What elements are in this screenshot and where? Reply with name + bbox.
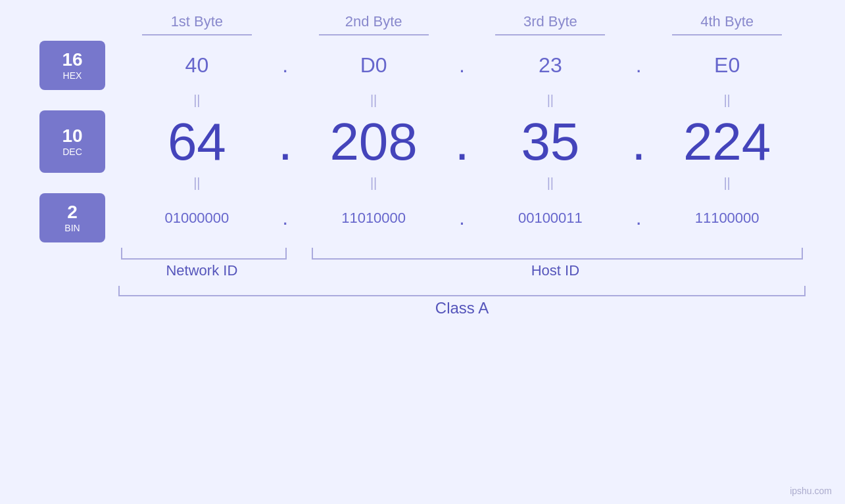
bin-byte4: 11100000 [648,210,806,227]
bin-byte2: 11010000 [295,210,452,227]
dec-dot1: . [276,112,295,172]
bin-values: 01000000 . 11010000 . 00100011 . 1110000… [118,206,806,230]
byte1-header: 1st Byte [118,13,276,35]
dec-byte2: 208 [295,112,452,172]
class-bracket [118,286,806,296]
hex-dot3: . [629,53,648,78]
byte2-header: 2nd Byte [295,13,452,35]
bin-dot2: . [452,206,472,230]
hex-byte2: D0 [295,53,452,78]
byte4-bracket [672,34,782,35]
dec-byte4: 224 [648,112,806,172]
equals-2: || [295,93,452,108]
equals-7: || [472,175,629,191]
dec-row: 10 DEC 64 . 208 . 35 . 224 [39,110,806,173]
bin-row: 2 BIN 01000000 . 11010000 . 00100011 . 1… [39,193,806,242]
dec-label: 10 DEC [39,110,105,173]
hex-byte1: 40 [118,53,276,78]
equals-5: || [118,175,276,191]
bin-label: 2 BIN [39,193,105,242]
byte4-header: 4th Byte [648,13,806,35]
equals-6: || [295,175,452,191]
dec-dot2: . [452,112,472,172]
dec-values: 64 . 208 . 35 . 224 [118,112,806,172]
byte1-bracket [142,34,252,35]
bin-byte1: 01000000 [118,210,276,227]
dec-dot3: . [629,112,648,172]
hex-byte4: E0 [648,53,806,78]
hex-dot2: . [452,53,472,78]
byte2-bracket [319,34,429,35]
hex-row: 16 HEX 40 . D0 . 23 . E0 [39,41,806,90]
equals-3: || [472,93,629,108]
equals-8: || [648,175,806,191]
bin-byte3: 00100011 [472,210,629,227]
host-id-label: Host ID [305,262,806,279]
dec-byte3: 35 [472,112,629,172]
watermark: ipshu.com [790,486,832,496]
hex-byte3: 23 [472,53,629,78]
bin-dot1: . [276,206,295,230]
hex-values: 40 . D0 . 23 . E0 [118,53,806,78]
hex-dot1: . [276,53,295,78]
class-label: Class A [118,299,806,317]
network-id-label: Network ID [118,262,285,279]
byte3-bracket [495,34,605,35]
dec-byte1: 64 [118,112,276,172]
network-bracket [121,248,287,260]
bin-dot3: . [629,206,648,230]
equals-1: || [118,93,276,108]
hex-label: 16 HEX [39,41,105,90]
equals-4: || [648,93,806,108]
byte3-header: 3rd Byte [472,13,629,35]
